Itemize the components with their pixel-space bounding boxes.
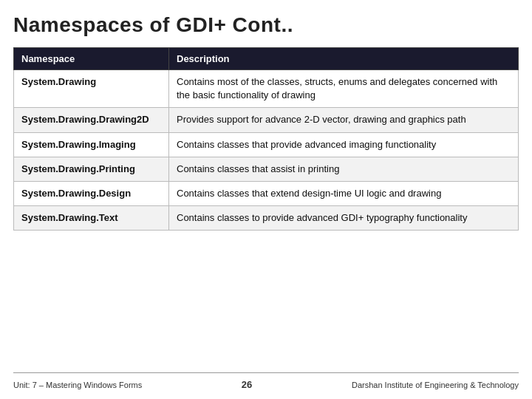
page-title: Namespaces of GDI+ Cont.. bbox=[13, 13, 519, 37]
table-row: System.Drawing.Drawing2DProvides support… bbox=[14, 108, 519, 132]
namespace-cell: System.Drawing.Text bbox=[14, 206, 169, 231]
description-cell: Contains classes that assist in printing bbox=[169, 157, 519, 181]
description-cell: Contains most of the classes, structs, e… bbox=[169, 70, 519, 108]
footer-left: Unit: 7 – Mastering Windows Forms bbox=[13, 381, 142, 389]
footer-right: Darshan Institute of Engineering & Techn… bbox=[352, 381, 519, 389]
table-row: System.Drawing.DesignContains classes th… bbox=[14, 181, 519, 205]
page: Namespaces of GDI+ Cont.. Namespace Desc… bbox=[0, 0, 532, 399]
description-cell: Contains classes that provide advanced i… bbox=[169, 132, 519, 157]
description-cell: Provides support for advance 2-D vector,… bbox=[169, 108, 519, 132]
table-row: System.Drawing.PrintingContains classes … bbox=[14, 157, 519, 181]
table-row: System.Drawing.TextContains classes to p… bbox=[14, 206, 519, 231]
namespace-cell: System.Drawing.Printing bbox=[14, 157, 169, 181]
description-cell: Contains classes to provide advanced GDI… bbox=[169, 206, 519, 231]
table-row: System.Drawing.ImagingContains classes t… bbox=[14, 132, 519, 157]
namespace-cell: System.Drawing bbox=[14, 70, 169, 108]
namespace-cell: System.Drawing.Drawing2D bbox=[14, 108, 169, 132]
footer: Unit: 7 – Mastering Windows Forms 26 Dar… bbox=[13, 372, 519, 390]
col-header-description: Description bbox=[169, 48, 519, 70]
namespace-cell: System.Drawing.Design bbox=[14, 181, 169, 205]
table-row: System.DrawingContains most of the class… bbox=[14, 70, 519, 108]
footer-center: 26 bbox=[242, 379, 252, 390]
col-header-namespace: Namespace bbox=[14, 48, 169, 70]
namespace-cell: System.Drawing.Imaging bbox=[14, 132, 169, 157]
namespaces-table: Namespace Description System.DrawingCont… bbox=[13, 47, 519, 231]
description-cell: Contains classes that extend design-time… bbox=[169, 181, 519, 205]
